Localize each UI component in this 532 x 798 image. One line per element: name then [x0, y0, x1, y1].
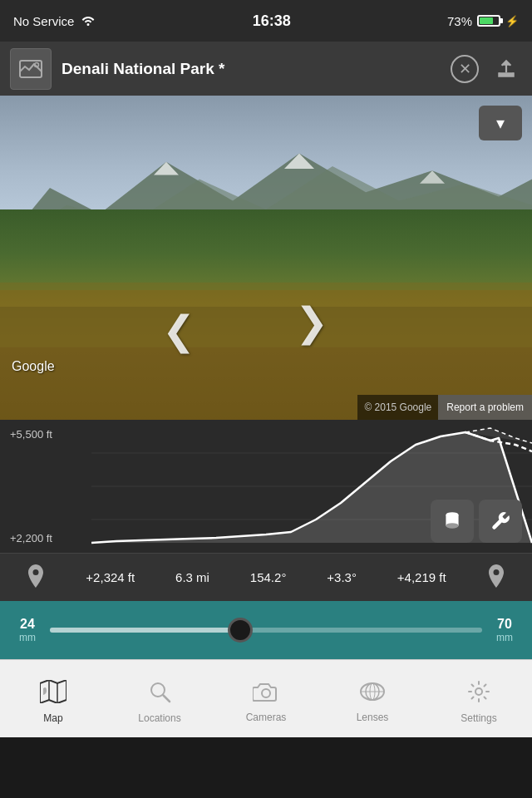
slider-fill — [50, 628, 240, 633]
google-watermark: Google — [12, 359, 55, 374]
collapse-button[interactable]: ▾ — [479, 106, 522, 140]
header-bar: Denali National Park * ✕ — [0, 42, 532, 96]
battery-icon — [477, 15, 500, 27]
copyright-text: © 2015 Google — [357, 395, 438, 420]
report-problem-button[interactable]: Report a problem — [438, 395, 532, 420]
svg-point-14 — [446, 523, 458, 529]
status-time: 16:38 — [253, 12, 291, 30]
svg-point-1 — [35, 62, 39, 66]
metric-elevation: +2,324 ft — [86, 570, 135, 584]
landscape-bg — [0, 96, 532, 420]
end-pin-icon — [487, 564, 505, 591]
location-thumbnail — [10, 48, 52, 90]
tab-cameras-label: Cameras — [246, 712, 287, 723]
tab-map-label: Map — [43, 712, 62, 724]
svg-point-25 — [475, 688, 482, 695]
trees-svg — [0, 242, 532, 421]
settings-icon — [467, 680, 490, 709]
battery-icon-group — [477, 15, 500, 27]
svg-point-20 — [262, 689, 270, 697]
cylinder-button[interactable] — [431, 500, 474, 543]
slider-max-unit: mm — [492, 632, 517, 643]
status-signal: No Service — [13, 14, 96, 28]
slider-track[interactable] — [50, 628, 482, 633]
tab-lenses[interactable]: Lenses — [319, 660, 426, 737]
slider-max-label-group: 70 mm — [492, 617, 517, 643]
slider-max-value: 70 — [492, 617, 517, 632]
metric-peak: +4,219 ft — [397, 570, 446, 584]
street-view-panel: ▾ ❮ ❯ Google © 2015 Google Report a prob… — [0, 96, 532, 420]
metrics-bar: +2,324 ft 6.3 mi 154.2° +3.3° +4,219 ft — [0, 553, 532, 601]
svg-point-18 — [151, 683, 165, 697]
bolt-icon: ⚡ — [505, 15, 519, 27]
locations-icon — [148, 680, 171, 709]
tab-settings[interactable]: Settings — [426, 660, 532, 737]
tab-cameras[interactable]: Cameras — [213, 660, 319, 737]
wrench-button[interactable] — [479, 500, 522, 543]
navigate-left-button[interactable]: ❮ — [162, 307, 195, 353]
svg-rect-8 — [0, 282, 532, 347]
elevation-label-top: +5,500 ft — [10, 428, 52, 441]
svg-line-19 — [164, 696, 170, 702]
signal-text: No Service — [13, 14, 74, 28]
status-battery: 73% ⚡ — [447, 14, 519, 28]
tab-lenses-label: Lenses — [357, 712, 389, 723]
tab-bar: Map Locations Cameras Lens — [0, 659, 532, 737]
elevation-chart-section: +5,500 ft +2,200 ft — [0, 420, 532, 553]
wifi-icon — [81, 14, 96, 28]
metric-distance: 6.3 mi — [175, 570, 209, 584]
close-button[interactable]: ✕ — [449, 53, 480, 85]
metric-slope: +3.3° — [327, 570, 357, 584]
tab-map[interactable]: Map — [0, 660, 106, 737]
slider-min-value: 24 — [15, 617, 40, 632]
copyright-bar: © 2015 Google Report a problem — [357, 395, 532, 420]
slider-min-unit: mm — [15, 632, 40, 643]
share-button[interactable] — [490, 53, 522, 85]
slider-min-label-group: 24 mm — [15, 617, 40, 643]
map-icon — [40, 680, 66, 709]
camera-icon — [253, 681, 279, 708]
tab-locations[interactable]: Locations — [106, 660, 213, 737]
battery-pct-text: 73% — [447, 14, 472, 28]
tab-locations-label: Locations — [138, 712, 180, 724]
chevron-down-icon: ▾ — [496, 115, 505, 131]
navigate-right-button[interactable]: ❯ — [295, 298, 328, 345]
tab-settings-label: Settings — [461, 712, 496, 724]
close-icon[interactable]: ✕ — [451, 55, 479, 83]
metric-bearing: 154.2° — [250, 570, 287, 584]
elevation-label-bottom: +2,200 ft — [10, 532, 52, 544]
lenses-icon — [359, 681, 386, 708]
location-title: Denali National Park * — [62, 60, 439, 78]
focal-length-slider-section: 24 mm 70 mm — [0, 601, 532, 659]
chart-actions — [431, 500, 522, 543]
start-pin-icon — [27, 564, 45, 591]
status-bar: No Service 16:38 73% ⚡ — [0, 0, 532, 42]
battery-fill — [480, 17, 493, 24]
slider-thumb[interactable] — [228, 618, 253, 643]
